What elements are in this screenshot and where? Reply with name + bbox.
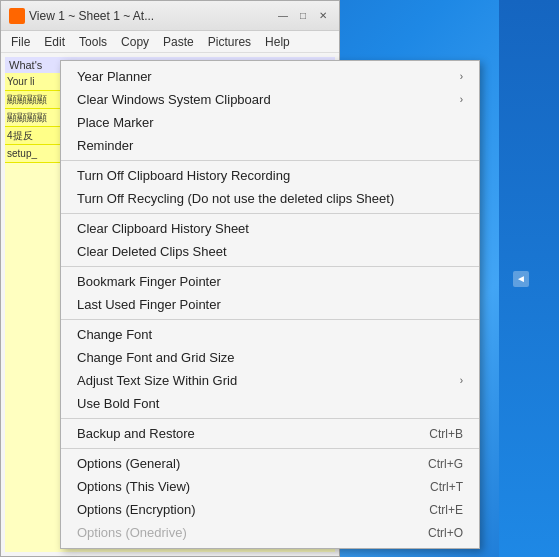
menu-copy[interactable]: Copy [115, 33, 155, 51]
menu-edit[interactable]: Edit [38, 33, 71, 51]
menu-separator [61, 266, 479, 267]
menu-item-options-encryption[interactable]: Options (Encryption)Ctrl+E [61, 498, 479, 521]
menu-item-bookmark-finger-pointer[interactable]: Bookmark Finger Pointer [61, 270, 479, 293]
menu-item-right: Ctrl+E [409, 503, 463, 517]
menu-item-label: Clear Clipboard History Sheet [77, 221, 249, 236]
menu-item-label: Change Font and Grid Size [77, 350, 235, 365]
menu-shortcut: Ctrl+O [428, 526, 463, 540]
close-button[interactable]: ✕ [315, 8, 331, 24]
menu-item-right: › [460, 71, 463, 82]
menu-item-place-marker[interactable]: Place Marker [61, 111, 479, 134]
menu-item-label: Adjust Text Size Within Grid [77, 373, 237, 388]
titlebar: View 1 ~ Sheet 1 ~ At... — □ ✕ [1, 1, 339, 31]
menu-separator [61, 160, 479, 161]
menu-item-right: Ctrl+B [409, 427, 463, 441]
menu-item-clear-deleted-clips[interactable]: Clear Deleted Clips Sheet [61, 240, 479, 263]
menu-item-label: Turn Off Clipboard History Recording [77, 168, 290, 183]
menu-separator [61, 319, 479, 320]
menu-item-label: Bookmark Finger Pointer [77, 274, 221, 289]
menu-item-label: Clear Deleted Clips Sheet [77, 244, 227, 259]
menu-separator [61, 418, 479, 419]
menu-item-turn-off-clipboard-history[interactable]: Turn Off Clipboard History Recording [61, 164, 479, 187]
menu-item-last-used-finger-pointer[interactable]: Last Used Finger Pointer [61, 293, 479, 316]
menu-item-adjust-text-size[interactable]: Adjust Text Size Within Grid› [61, 369, 479, 392]
menu-item-label: Clear Windows System Clipboard [77, 92, 271, 107]
menu-item-label: Use Bold Font [77, 396, 159, 411]
menu-item-label: Year Planner [77, 69, 152, 84]
menu-paste[interactable]: Paste [157, 33, 200, 51]
menu-help[interactable]: Help [259, 33, 296, 51]
maximize-button[interactable]: □ [295, 8, 311, 24]
menubar: File Edit Tools Copy Paste Pictures Help [1, 31, 339, 53]
menu-item-label: Change Font [77, 327, 152, 342]
context-menu: Year Planner›Clear Windows System Clipbo… [60, 60, 480, 549]
menu-item-options-general[interactable]: Options (General)Ctrl+G [61, 452, 479, 475]
window-title: View 1 ~ Sheet 1 ~ At... [29, 9, 271, 23]
menu-item-label: Options (Encryption) [77, 502, 196, 517]
menu-item-label: Options (General) [77, 456, 180, 471]
minimize-button[interactable]: — [275, 8, 291, 24]
menu-file[interactable]: File [5, 33, 36, 51]
menu-item-label: Last Used Finger Pointer [77, 297, 221, 312]
menu-item-right: › [460, 94, 463, 105]
menu-item-year-planner[interactable]: Year Planner› [61, 65, 479, 88]
menu-item-right: Ctrl+G [408, 457, 463, 471]
submenu-arrow-icon: › [460, 375, 463, 386]
menu-item-label: Options (Onedrive) [77, 525, 187, 540]
menu-tools[interactable]: Tools [73, 33, 113, 51]
menu-separator [61, 448, 479, 449]
menu-item-label: Reminder [77, 138, 133, 153]
menu-item-clear-clipboard-system[interactable]: Clear Windows System Clipboard› [61, 88, 479, 111]
menu-item-options-onedrive: Options (Onedrive)Ctrl+O [61, 521, 479, 544]
menu-item-right: › [460, 375, 463, 386]
menu-item-right: Ctrl+O [408, 526, 463, 540]
submenu-arrow-icon: › [460, 94, 463, 105]
menu-item-change-font-grid[interactable]: Change Font and Grid Size [61, 346, 479, 369]
menu-item-label: Backup and Restore [77, 426, 195, 441]
menu-item-label: Turn Off Recycling (Do not use the delet… [77, 191, 394, 206]
menu-item-backup-restore[interactable]: Backup and RestoreCtrl+B [61, 422, 479, 445]
menu-item-change-font[interactable]: Change Font [61, 323, 479, 346]
menu-item-label: Place Marker [77, 115, 154, 130]
menu-item-label: Options (This View) [77, 479, 190, 494]
menu-item-clear-clipboard-history[interactable]: Clear Clipboard History Sheet [61, 217, 479, 240]
menu-separator [61, 213, 479, 214]
menu-shortcut: Ctrl+B [429, 427, 463, 441]
app-icon [9, 8, 25, 24]
menu-shortcut: Ctrl+E [429, 503, 463, 517]
submenu-arrow-icon: › [460, 71, 463, 82]
menu-item-right: Ctrl+T [410, 480, 463, 494]
menu-item-reminder[interactable]: Reminder [61, 134, 479, 157]
menu-item-options-this-view[interactable]: Options (This View)Ctrl+T [61, 475, 479, 498]
right-panel: ◄ [499, 0, 559, 557]
menu-shortcut: Ctrl+G [428, 457, 463, 471]
scroll-arrow: ◄ [513, 271, 529, 287]
menu-pictures[interactable]: Pictures [202, 33, 257, 51]
menu-item-turn-off-recycling[interactable]: Turn Off Recycling (Do not use the delet… [61, 187, 479, 210]
menu-shortcut: Ctrl+T [430, 480, 463, 494]
menu-item-use-bold-font[interactable]: Use Bold Font [61, 392, 479, 415]
